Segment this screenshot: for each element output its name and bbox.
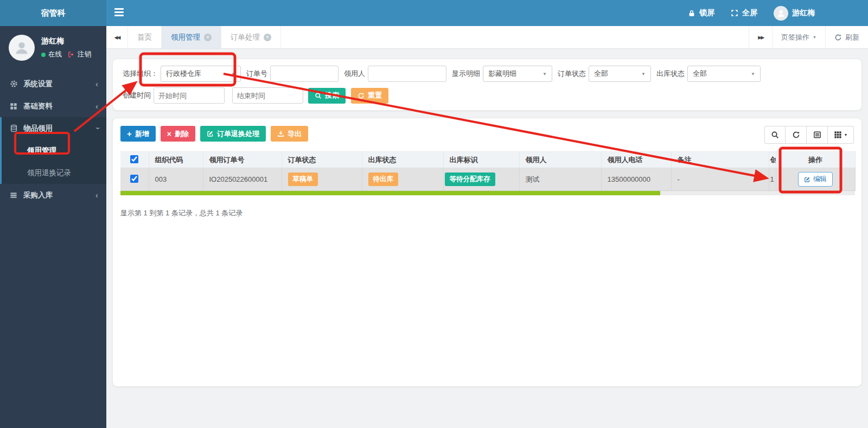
user-avatar <box>9 35 35 61</box>
horizontal-scrollbar[interactable] <box>120 191 855 195</box>
sidebar-subitem-requisition-management[interactable]: 领用管理 <box>2 139 106 162</box>
col-header-stock-status: 出库状态 <box>362 152 443 168</box>
x-icon: × <box>167 130 171 138</box>
sidebar-item-label: 基础资料 <box>23 101 95 111</box>
sidebar-item-label: 采购入库 <box>23 190 95 200</box>
tab-operations-label: 页签操作 <box>781 33 809 42</box>
col-header-org-code: 组织代码 <box>149 152 203 168</box>
tab-requisition-management[interactable]: 领用管理 × <box>162 26 221 48</box>
org-select-value: 行政楼仓库 <box>166 69 227 79</box>
sidebar-item-label: 物品领用 <box>23 124 95 133</box>
cell-order-no: IO2025022600001 <box>203 168 282 191</box>
tab-label: 订单处理 <box>231 33 260 42</box>
close-icon[interactable]: × <box>264 34 271 41</box>
sidebar-subitem-label: 领用管理 <box>27 146 56 156</box>
cell-remark: - <box>671 168 769 191</box>
order-status-badge: 草稿单 <box>288 173 318 186</box>
sign-out-icon <box>68 51 75 58</box>
col-header-phone: 领用人电话 <box>601 152 671 168</box>
pencil-icon <box>804 176 810 183</box>
lock-screen-button[interactable]: 锁屏 <box>688 8 714 18</box>
select-all-checkbox[interactable] <box>130 155 138 163</box>
tabs-scroll-right-button[interactable]: ▶▶ <box>749 26 772 48</box>
delete-button-label: 删除 <box>175 129 189 139</box>
recipient-input[interactable] <box>368 66 446 82</box>
sidebar: 游红梅 在线 注销 系统设置 ‹ 基础资料 ‹ <box>0 26 106 428</box>
brand-title: 宿管科 <box>0 0 106 26</box>
download-icon <box>277 130 284 137</box>
tab-home[interactable]: 首页 <box>128 26 162 48</box>
recipient-label: 领用人 <box>344 69 365 79</box>
edit-button[interactable]: 编辑 <box>798 172 833 187</box>
created-time-label: 创建时间 <box>123 91 151 100</box>
sidebar-subitem-return-records[interactable]: 领用退换记录 <box>2 162 106 184</box>
sidebar-item-purchase-inbound[interactable]: 采购入库 ‹ <box>0 184 106 206</box>
close-icon[interactable]: × <box>204 34 212 41</box>
add-button[interactable]: + 新增 <box>120 126 156 142</box>
order-status-label: 订单状态 <box>558 69 586 79</box>
topbar-avatar <box>774 6 788 21</box>
table-row[interactable]: 003 IO2025022600001 草稿单 待出库 等待分配库存 测试 13… <box>120 168 855 191</box>
search-button[interactable]: 搜索 <box>308 88 346 104</box>
sidebar-item-item-requisition[interactable]: 物品领用 ‹ <box>2 117 106 139</box>
order-return-process-button[interactable]: 订单退换处理 <box>200 126 266 142</box>
col-header-order-no: 领用订单号 <box>203 152 282 168</box>
refresh-tab-button[interactable]: 刷新 <box>825 26 868 48</box>
stock-status-badge: 待出库 <box>368 173 399 186</box>
stock-status-select[interactable]: 全部 ▼ <box>687 66 761 82</box>
online-status-label: 在线 <box>48 50 62 59</box>
reset-button[interactable]: 重置 <box>351 88 388 104</box>
sidebar-group-item-requisition: 物品领用 ‹ 领用管理 领用退换记录 <box>0 117 106 184</box>
edit-icon <box>207 130 214 137</box>
row-checkbox[interactable] <box>130 175 138 183</box>
table-search-button[interactable] <box>764 126 786 144</box>
sidebar-item-base-data[interactable]: 基础资料 ‹ <box>0 95 106 117</box>
horizontal-scrollbar-thumb[interactable] <box>120 191 660 195</box>
columns-dropdown-button[interactable]: ▼ <box>828 126 854 144</box>
sidebar-menu: 系统设置 ‹ 基础资料 ‹ 物品领用 ‹ 领用管理 领用退换记录 <box>0 73 106 206</box>
order-no-input[interactable] <box>270 66 339 82</box>
refresh-icon <box>834 34 842 41</box>
lock-icon <box>688 9 695 17</box>
org-select[interactable]: 行政楼仓库 ▼ <box>161 66 241 82</box>
topbar-username: 游红梅 <box>792 8 815 18</box>
main-panel: + 新增 × 删除 订单退换处理 导出 <box>112 118 862 387</box>
detail-select-value: 影藏明细 <box>488 69 538 79</box>
caret-down-icon: ▼ <box>813 35 816 39</box>
order-status-select[interactable]: 全部 ▼ <box>589 66 651 82</box>
logout-link[interactable]: 注销 <box>78 50 91 59</box>
tab-label: 首页 <box>137 33 152 42</box>
order-no-label: 订单号 <box>246 69 267 79</box>
tab-order-processing[interactable]: 订单处理 × <box>221 26 281 48</box>
stock-status-value: 全部 <box>693 69 746 79</box>
reset-button-label: 重置 <box>368 91 382 100</box>
fullscreen-label: 全屏 <box>742 8 757 18</box>
sidebar-toggle-button[interactable] <box>114 8 124 17</box>
tab-operations-dropdown[interactable]: 页签操作 ▼ <box>772 26 825 48</box>
start-time-input[interactable] <box>154 87 225 104</box>
search-icon <box>315 92 322 99</box>
chevron-down-icon: ‹ <box>93 127 101 130</box>
user-menu[interactable]: 游红梅 <box>774 6 815 21</box>
detail-view-button[interactable] <box>807 126 828 144</box>
tab-label: 领用管理 <box>171 33 200 42</box>
detail-select[interactable]: 影藏明细 ▼ <box>483 66 552 82</box>
delete-button[interactable]: × 删除 <box>161 126 195 142</box>
table-refresh-button[interactable] <box>786 126 807 144</box>
sidebar-item-label: 系统设置 <box>23 79 95 89</box>
order-return-process-label: 订单退换处理 <box>217 129 259 139</box>
list-icon <box>8 191 19 199</box>
caret-down-icon: ▼ <box>641 72 646 76</box>
detail-select-label: 显示明细 <box>452 69 480 79</box>
tabs-scroll-left-button[interactable]: ◀◀ <box>106 26 128 48</box>
stock-status-label: 出库状态 <box>656 69 685 79</box>
fullscreen-icon <box>731 9 738 17</box>
end-time-input[interactable] <box>232 87 303 104</box>
sidebar-item-system-settings[interactable]: 系统设置 ‹ <box>0 73 106 95</box>
chevron-left-icon: ‹ <box>95 102 98 110</box>
export-button[interactable]: 导出 <box>271 126 308 142</box>
fullscreen-button[interactable]: 全屏 <box>731 8 757 18</box>
chevron-left-icon: ‹ <box>95 191 98 199</box>
col-header-order-status: 订单状态 <box>282 152 362 168</box>
col-header-remark: 备注 <box>671 152 769 168</box>
